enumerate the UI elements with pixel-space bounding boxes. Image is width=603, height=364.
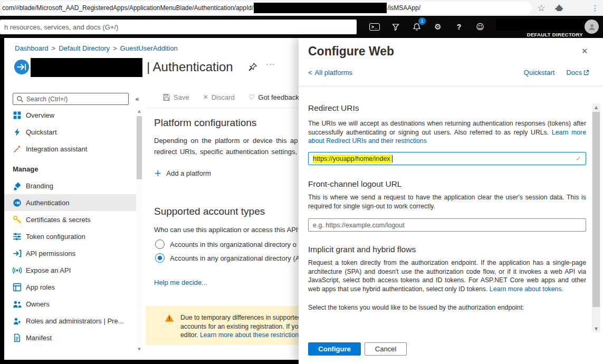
panel-scrollbar[interactable]: ▲ ▼ — [592, 103, 600, 332]
settings-gear-icon[interactable]: ⚙ — [427, 16, 448, 38]
sidebar-search-box[interactable] — [13, 93, 129, 105]
cloud-shell-icon[interactable]: >_ — [364, 16, 385, 38]
extensions-icon[interactable] — [552, 0, 567, 16]
overview-icon — [13, 111, 22, 120]
sidebar-item-quickstart[interactable]: Quickstart — [4, 123, 136, 140]
discard-button[interactable]: ✕ Discard — [203, 93, 235, 101]
discard-label: Discard — [212, 93, 235, 101]
sidebar-item-authentication[interactable]: Authentication — [4, 194, 136, 211]
save-button[interactable]: Save — [162, 93, 189, 101]
command-bar: Save ✕ Discard ♡ Got feedback — [162, 93, 299, 101]
radio-single-tenant[interactable]: Accounts in this organizational director… — [155, 240, 296, 249]
sidebar-search-input[interactable] — [26, 95, 125, 103]
warning-text: Due to temporary differences in supporte… — [180, 313, 299, 345]
feedback-button[interactable]: ♡ Got feedback — [248, 93, 299, 101]
sidebar-collapse-icon[interactable]: « — [132, 93, 142, 105]
azure-profile-avatar[interactable] — [585, 20, 599, 34]
key-icon — [13, 215, 22, 224]
help-icon[interactable]: ? — [448, 16, 470, 38]
quickstart-link[interactable]: Quickstart — [524, 69, 555, 76]
panel-header-links: Quickstart Docs — [524, 69, 589, 76]
add-platform-button[interactable]: + Add a platform — [154, 168, 211, 178]
front-channel-logout-description: This is where we send a request to have … — [308, 193, 586, 210]
sidebar-item-owners[interactable]: Owners — [4, 295, 136, 312]
branding-icon — [13, 181, 22, 190]
search-icon — [16, 95, 24, 103]
sidebar-item-overview[interactable]: Overview — [4, 107, 136, 123]
restrictions-learn-more-link[interactable]: Learn more about these restrictions. — [200, 331, 299, 339]
sidebar-scrollbar[interactable]: ▲ ▼ — [136, 108, 142, 352]
global-search-input[interactable] — [0, 20, 357, 34]
sidebar-item-manifest[interactable]: Manifest — [4, 329, 136, 346]
sidebar-item-label: Authentication — [26, 199, 69, 207]
pin-icon[interactable] — [248, 62, 259, 73]
notifications-bell-icon[interactable]: 1 — [406, 16, 427, 38]
configure-web-panel: Configure Web ✕ <All platforms Quickstar… — [299, 38, 603, 364]
notification-badge: 1 — [418, 17, 426, 25]
platform-configurations-description: Depending on the platform or device this… — [154, 135, 298, 157]
panel-header-divider — [299, 85, 603, 88]
configure-button[interactable]: Configure — [308, 342, 361, 356]
panel-scrollbar-thumb[interactable] — [592, 112, 600, 307]
feedback-smiley-icon[interactable]: ☺ — [470, 16, 491, 38]
implicit-grant-description: Request a token directly from the author… — [308, 258, 586, 293]
sidebar-item-app-roles[interactable]: App roles — [4, 279, 136, 295]
scroll-up-icon[interactable]: ▲ — [592, 103, 600, 111]
panel-title: Configure Web — [308, 44, 394, 59]
scroll-down-icon[interactable]: ▼ — [136, 346, 142, 352]
redacted-app-id — [254, 3, 387, 13]
valid-check-icon: ✓ — [576, 155, 581, 162]
warning-line2: accounts for an existing registration. I… — [180, 322, 299, 331]
docs-link[interactable]: Docs — [566, 69, 589, 76]
docs-label: Docs — [566, 69, 582, 76]
breadcrumb-dashboard[interactable]: Dashboard — [15, 44, 49, 52]
logout-url-input[interactable] — [308, 218, 586, 232]
address-bar[interactable]: com/#blade/Microsoft_AAD_RegisteredApps/… — [0, 2, 532, 14]
warning-line1: Due to temporary differences in supporte… — [180, 313, 299, 322]
more-options-icon[interactable]: ··· — [266, 59, 275, 68]
scroll-down-icon[interactable]: ▼ — [592, 325, 600, 332]
sidebar-item-integration-assistant[interactable]: Integration assistant — [4, 140, 136, 157]
cancel-button[interactable]: Cancel — [365, 342, 407, 356]
supported-account-types-heading: Supported account types — [154, 206, 265, 217]
sidebar-item-label: Overview — [26, 111, 54, 119]
app-registration-icon — [14, 59, 30, 75]
help-me-decide-link[interactable]: Help me decide... — [154, 279, 207, 286]
sidebar-item-label: Quickstart — [26, 128, 57, 136]
breadcrumb-app[interactable]: GuestUserAddition — [120, 44, 178, 52]
radio-multi-tenant[interactable]: Accounts in any organizational directory… — [155, 253, 299, 263]
front-channel-logout-heading: Front-channel logout URL — [308, 179, 402, 189]
radio-circle-unselected[interactable] — [155, 240, 165, 249]
close-icon[interactable]: ✕ — [581, 46, 588, 56]
sidebar-item-expose-api[interactable]: Expose an API — [4, 262, 136, 279]
sidebar-scrollbar-thumb[interactable] — [137, 116, 142, 179]
sidebar-item-token-configuration[interactable]: Token configuration — [4, 228, 136, 245]
people-icon — [13, 300, 22, 309]
sidebar-item-certificates-secrets[interactable]: Certificates & secrets — [4, 211, 136, 228]
breadcrumb-separator: > — [52, 44, 56, 52]
redirect-uri-input[interactable]: https://youapp/home/index ✓ — [308, 152, 586, 165]
directory-filter-icon[interactable] — [385, 16, 406, 38]
redacted-account-info — [496, 19, 595, 31]
scroll-up-icon[interactable]: ▲ — [136, 108, 142, 114]
url-text-prefix: com/#blade/Microsoft_AAD_RegisteredApps/… — [2, 4, 253, 12]
sidebar-item-branding[interactable]: Branding — [4, 177, 136, 194]
radio-label: Accounts in this organizational director… — [170, 241, 296, 248]
radio-circle-selected[interactable] — [155, 253, 165, 263]
integration-assistant-icon — [13, 145, 22, 154]
discard-x-icon: ✕ — [203, 93, 208, 101]
browser-menu-icon[interactable]: ⋮ — [589, 0, 601, 16]
all-platforms-back-link[interactable]: <All platforms — [308, 69, 352, 76]
redacted-app-name — [31, 58, 142, 77]
person-icon — [588, 23, 596, 31]
text-cursor — [392, 155, 393, 162]
sidebar-item-roles-administrators[interactable]: Roles and administrators | Pre... — [4, 312, 136, 329]
redirect-uris-heading: Redirect URIs — [308, 103, 359, 113]
sidebar-item-api-permissions[interactable]: API permissions — [4, 245, 136, 262]
sidebar-item-label: API permissions — [26, 250, 75, 257]
tokens-learn-more-link[interactable]: Learn more about tokens. — [490, 285, 563, 293]
bookmark-star-icon[interactable]: ☆ — [534, 0, 549, 16]
breadcrumb-directory[interactable]: Default Directory — [59, 44, 110, 52]
breadcrumb-separator: > — [113, 44, 117, 52]
api-permissions-icon — [13, 249, 22, 258]
